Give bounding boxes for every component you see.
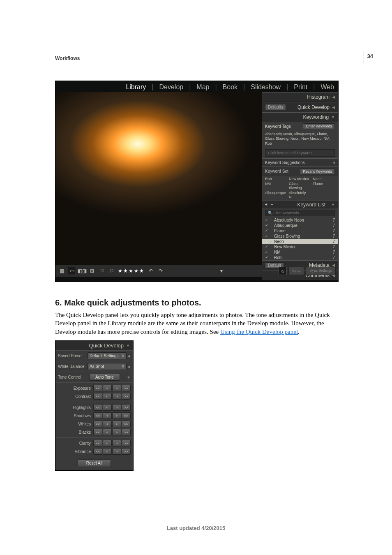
- step-up-button[interactable]: >: [112, 421, 121, 427]
- keyword-list-item[interactable]: ✓Glass Blowing7: [262, 234, 338, 239]
- keyword-list-item[interactable]: ✓Absolutely Neon7: [262, 217, 338, 223]
- step-down-button[interactable]: <: [103, 448, 112, 455]
- step-big-down-button[interactable]: <<: [93, 448, 102, 455]
- collapse-icon[interactable]: ◀: [127, 354, 131, 358]
- step-up-button[interactable]: >: [112, 385, 121, 391]
- quick-develop-panel-header[interactable]: Defaults Quick Develop ◀: [262, 102, 338, 112]
- keyword-list-item[interactable]: ✓New Mexico7: [262, 244, 338, 250]
- loupe-photo[interactable]: [55, 92, 262, 265]
- saved-preset-popup[interactable]: Default Settings⇳: [88, 352, 127, 359]
- keyword-set-item[interactable]: [313, 191, 335, 199]
- auto-tone-button[interactable]: Auto Tone: [89, 374, 120, 381]
- white-balance-popup[interactable]: As Shot⇳: [88, 363, 127, 370]
- keyword-list-item[interactable]: ✓Albuquerque7: [262, 223, 338, 228]
- flag-reject-icon[interactable]: ⚐: [108, 267, 115, 275]
- keyword-set-item[interactable]: Neon: [313, 177, 335, 181]
- step-up-button[interactable]: >: [112, 448, 121, 455]
- step-big-down-button[interactable]: <<: [93, 429, 102, 435]
- collapse-icon[interactable]: ◀: [127, 365, 131, 369]
- step-down-button[interactable]: <: [103, 393, 112, 400]
- keyword-list-item[interactable]: ✓Flame7: [262, 228, 338, 234]
- step-up-button[interactable]: >: [112, 412, 121, 419]
- step-up-button[interactable]: >: [112, 440, 121, 446]
- compare-view-icon[interactable]: ◧◨: [78, 267, 86, 275]
- step-big-down-button[interactable]: <<: [93, 421, 102, 427]
- step-down-button[interactable]: <: [103, 385, 112, 391]
- step-big-up-button[interactable]: >>: [122, 393, 131, 400]
- module-develop[interactable]: Develop: [159, 83, 183, 91]
- keyword-set-item[interactable]: Absolutely N…: [289, 191, 311, 199]
- reset-all-button[interactable]: Reset All: [78, 459, 111, 467]
- keyword-check-icon[interactable]: ✓: [265, 218, 270, 222]
- toolbar-menu-icon[interactable]: ▾: [218, 267, 225, 275]
- keyword-suggestions-header[interactable]: Keyword Suggestions ◀: [262, 158, 338, 166]
- autosync-toggle-icon[interactable]: ⎋: [279, 267, 287, 275]
- step-down-button[interactable]: <: [103, 404, 112, 411]
- step-big-up-button[interactable]: >>: [122, 448, 131, 455]
- keyword-check-icon[interactable]: ✓: [265, 223, 270, 227]
- rotate-cw-icon[interactable]: ↷: [157, 267, 164, 275]
- module-print[interactable]: Print: [294, 83, 307, 91]
- survey-view-icon[interactable]: ⊞: [88, 267, 96, 275]
- keyword-check-icon[interactable]: ✓: [265, 229, 270, 233]
- sync-settings-button[interactable]: Sync Settings: [306, 267, 336, 275]
- keywording-panel-header[interactable]: Keywording ▼: [262, 112, 338, 122]
- keyword-check-icon[interactable]: ✓: [265, 234, 270, 238]
- keyword-set-item[interactable]: Albuquerque: [265, 191, 287, 199]
- step-big-down-button[interactable]: <<: [93, 385, 102, 391]
- histogram-panel-header[interactable]: Histogram ◀: [262, 92, 338, 102]
- keyword-check-icon[interactable]: ✓: [265, 255, 270, 259]
- keyword-check-icon[interactable]: ✓: [265, 245, 270, 249]
- step-big-up-button[interactable]: >>: [122, 421, 131, 427]
- filter-keywords-field[interactable]: 🔍 Filter Keywords: [265, 210, 335, 216]
- step-big-down-button[interactable]: <<: [93, 393, 102, 400]
- loupe-view-icon[interactable]: ▭: [68, 267, 76, 275]
- step-big-down-button[interactable]: <<: [93, 440, 102, 446]
- flag-pick-icon[interactable]: ⚐: [98, 267, 106, 275]
- keyword-set-item[interactable]: Glass Blowing: [289, 182, 311, 190]
- step-up-button[interactable]: >: [112, 393, 121, 400]
- step-down-button[interactable]: <: [103, 440, 112, 446]
- remove-keyword-icon[interactable]: −: [271, 202, 273, 207]
- grid-view-icon[interactable]: ▦: [58, 267, 65, 275]
- module-web[interactable]: Web: [321, 83, 334, 91]
- keyword-list-item[interactable]: ✓NM7: [262, 250, 338, 255]
- add-keyword-icon[interactable]: +: [265, 202, 267, 207]
- step-down-button[interactable]: <: [103, 421, 112, 427]
- module-slideshow[interactable]: Slideshow: [251, 83, 281, 91]
- step-down-button[interactable]: <: [103, 429, 112, 435]
- keyword-check-icon[interactable]: ✓: [265, 239, 270, 243]
- keyword-set-item[interactable]: NM: [265, 182, 287, 190]
- step-up-button[interactable]: >: [112, 429, 121, 435]
- step-big-up-button[interactable]: >>: [122, 404, 131, 411]
- step-big-down-button[interactable]: <<: [93, 412, 102, 419]
- quick-develop-header[interactable]: Quick Develop ▼: [55, 341, 133, 350]
- keyword-list-panel-header[interactable]: + − Keyword List ▼: [262, 201, 338, 208]
- keyword-disclosure-icon[interactable]: ▹: [270, 240, 274, 243]
- quick-develop-defaults-popup[interactable]: Defaults: [265, 104, 286, 110]
- rating-stars[interactable]: ★★★★★: [118, 268, 145, 274]
- keyword-set-item[interactable]: New Mexico: [289, 177, 311, 181]
- step-big-up-button[interactable]: >>: [122, 385, 131, 391]
- step-big-up-button[interactable]: >>: [122, 412, 131, 419]
- step-big-up-button[interactable]: >>: [122, 429, 131, 435]
- quick-develop-panel-link[interactable]: Using the Quick Develop panel: [220, 328, 298, 335]
- keyword-check-icon[interactable]: ✓: [265, 250, 270, 254]
- keyword-set-item[interactable]: Flame: [313, 182, 335, 190]
- keyword-set-item[interactable]: Rob: [265, 177, 287, 181]
- module-book[interactable]: Book: [223, 83, 238, 91]
- sync-button[interactable]: Sync: [288, 267, 304, 275]
- step-down-button[interactable]: <: [103, 412, 112, 419]
- keyword-list-item[interactable]: ✓Rob7: [262, 255, 338, 260]
- module-library[interactable]: Library: [126, 83, 146, 91]
- add-keywords-field[interactable]: Click here to add keywords: [265, 149, 335, 157]
- rotate-ccw-icon[interactable]: ↶: [147, 267, 154, 275]
- expand-icon[interactable]: ▼: [127, 375, 131, 379]
- keyword-set-popup[interactable]: Recent Keywords: [300, 169, 335, 174]
- module-map[interactable]: Map: [196, 83, 209, 91]
- step-up-button[interactable]: >: [112, 404, 121, 411]
- keyword-list-item[interactable]: ✓▹Neon7: [262, 239, 338, 244]
- enter-keywords-popup[interactable]: Enter Keywords: [303, 123, 335, 129]
- applied-keywords[interactable]: Absolutely Neon, Albuquerque, Flame, Gla…: [262, 130, 338, 148]
- step-big-down-button[interactable]: <<: [93, 404, 102, 411]
